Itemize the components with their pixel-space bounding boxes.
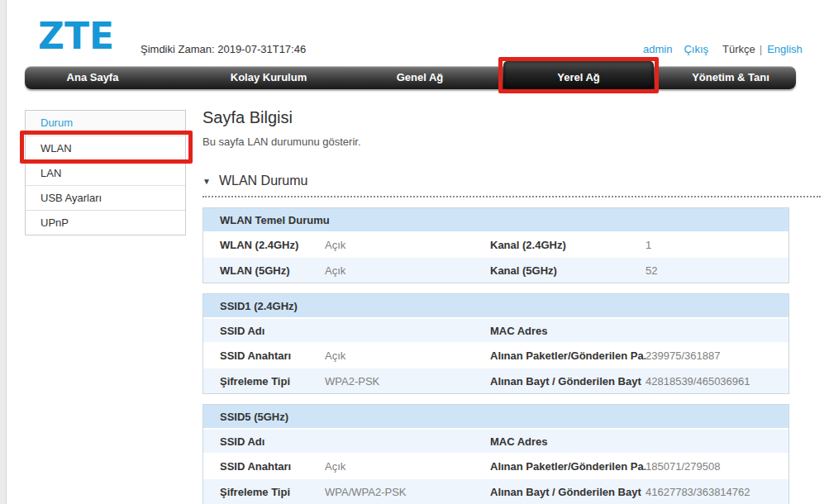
table-row: SSID Adı MAC Adres [203,430,789,454]
logout-link[interactable]: Çıkış [684,43,708,55]
ssid5-table: SSID5 (5GHz) SSID Adı MAC Adres SSID Ana… [202,404,789,504]
row-value-2: 42818539/465036961 [646,375,789,388]
language-separator: | [760,43,762,55]
main-navbar: Ana Sayfa Kolay Kurulum Genel Ağ Yerel A… [25,66,796,89]
section-title: WLAN Durumu [219,174,308,188]
collapse-triangle-icon: ▼ [202,177,211,186]
row-label-2: Kanal (5GHz) [474,264,646,277]
table-row: SSID Adı MAC Adres [203,319,789,344]
page-description: Bu sayfa LAN durumunu gösterir. [202,136,821,148]
row-value: Açık [325,349,474,362]
row-value: WPA/WPA2-PSK [325,486,474,498]
row-label-2: MAC Adres [474,435,646,448]
row-label-2: Alınan Bayt / Gönderilen Bayt [474,375,646,388]
table-header: SSID5 (5GHz) [203,405,789,430]
tab-genel-ag[interactable]: Genel Ağ [397,66,444,89]
row-label: SSID Anahtarı [203,349,325,362]
row-value: Açık [325,264,474,277]
table-row: WLAN (2.4GHz) Açık Kanal (2.4GHz) 1 [203,233,789,258]
table-row: Şifreleme Tipi WPA/WPA2-PSK Alınan Bayt … [203,479,789,504]
row-label-2: Alınan Paketler/Gönderilen Pa... [474,349,646,362]
table-row: Şifreleme Tipi WPA2-PSK Alınan Bayt / Gö… [203,368,789,393]
page-title: Sayfa Bilgisi [202,107,821,127]
window-edge-strip [0,0,7,504]
sidebar-item-upnp[interactable]: UPnP [26,210,185,235]
language-english-link[interactable]: English [767,43,803,55]
sidebar-item-durum[interactable]: Durum [26,111,185,136]
row-label-2: MAC Adres [474,325,646,337]
row-label: Şifreleme Tipi [203,375,325,388]
row-label: SSID Adı [203,435,325,448]
row-label-2: Alınan Bayt / Gönderilen Bayt [474,486,646,498]
row-value: Açık [325,460,474,473]
table-row: WLAN (5GHz) Açık Kanal (5GHz) 52 [203,258,789,283]
row-label-2: Alınan Paketler/Gönderilen Pa... [474,460,646,473]
section-divider [202,196,821,197]
row-value-2: 239975/361887 [646,349,789,362]
wlan-status-section-toggle[interactable]: ▼ WLAN Durumu [202,174,821,188]
row-value-2: 185071/279508 [646,460,789,473]
current-time-label: Şimdiki Zaman: 2019-07-31T17:46 [141,43,306,55]
row-value-2: 1 [646,239,789,251]
row-label: Şifreleme Tipi [203,486,325,498]
row-value-2: 41627783/363814762 [646,486,789,498]
main-content: Sayfa Bilgisi Bu sayfa LAN durumunu göst… [202,107,821,504]
tab-kolay-kurulum[interactable]: Kolay Kurulum [231,66,307,89]
row-value: Açık [325,239,474,251]
row-label-2: Kanal (2.4GHz) [474,239,646,251]
row-value-2: 52 [646,264,789,277]
table-header: WLAN Temel Durumu [203,208,789,233]
header-links: admin Çıkış Türkçe | English [643,43,817,55]
table-row: SSID Anahtarı Açık Alınan Paketler/Gönde… [203,454,789,479]
table-row: SSID Anahtarı Açık Alınan Paketler/Gönde… [203,344,789,368]
tab-ana-sayfa[interactable]: Ana Sayfa [67,66,119,89]
sidebar-menu: Durum WLAN LAN USB Ayarları UPnP [25,110,186,235]
row-label: SSID Adı [203,325,325,337]
admin-user-link[interactable]: admin [643,43,672,55]
table-header: SSID1 (2.4GHz) [203,294,789,319]
sidebar-item-lan[interactable]: LAN [26,160,185,185]
sidebar-item-usb-ayarlari[interactable]: USB Ayarları [26,185,185,210]
tab-yonetim-tani[interactable]: Yönetim & Tanı [692,66,769,89]
ssid1-table: SSID1 (2.4GHz) SSID Adı MAC Adres SSID A… [202,293,789,394]
tab-yerel-ag[interactable]: Yerel Ağ [557,66,600,89]
language-current-label: Türkçe [722,43,755,55]
row-value: WPA2-PSK [325,375,474,388]
row-label: WLAN (5GHz) [203,264,325,277]
sidebar-item-wlan[interactable]: WLAN [26,136,185,160]
wlan-basic-status-table: WLAN Temel Durumu WLAN (2.4GHz) Açık Kan… [202,207,789,283]
zte-logo: ZTE [38,15,114,57]
row-label: SSID Anahtarı [203,460,325,473]
row-label: WLAN (2.4GHz) [203,239,325,251]
